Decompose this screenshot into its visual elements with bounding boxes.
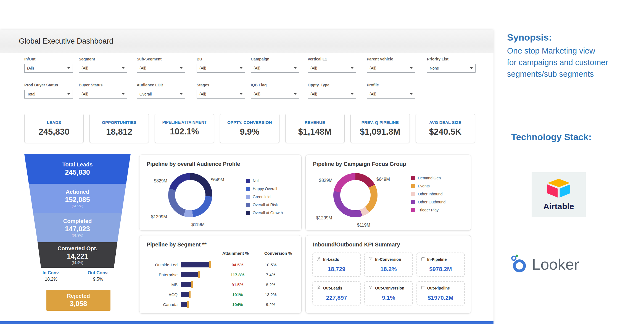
donut-callout: $829M (319, 178, 332, 183)
funnel-segment-pct: (61.9%) (72, 204, 83, 208)
stat-label: Out Conv. (75, 270, 122, 275)
conversion-column-header: Conversion % (264, 251, 292, 256)
leads-funnel-chart: Total Leads 245,830 Actioned 152,085 (61… (24, 154, 131, 268)
filter-dropdown[interactable]: (All) (197, 90, 245, 99)
filter-dropdown[interactable]: None (427, 64, 476, 73)
bar-track (181, 271, 222, 278)
donut-callout: $649M (376, 177, 390, 182)
synopsis-line: One stop Marketing view (507, 45, 640, 57)
filter-dropdown[interactable]: Total (24, 90, 73, 99)
kpi-label: OPPORTUNITIES (102, 120, 136, 125)
synopsis-line: segments/sub segments (507, 68, 640, 80)
funnel-segment-label: Converted Opt. (57, 245, 97, 252)
filter-dropdown[interactable]: (All) (308, 90, 356, 99)
filter-label: Campaign (251, 57, 299, 61)
attainment-tick (189, 291, 191, 298)
rejected-label: Rejected (67, 293, 90, 299)
dropdown-value: (All) (199, 66, 206, 70)
filter-in-out: In/Out (All) (24, 57, 73, 73)
conversion-value: 10.5% (253, 262, 289, 267)
synopsis-heading: Synopsis: (507, 32, 640, 43)
kpi-card-avg-deal-size: AVG DEAL SIZE $240.5K (416, 114, 475, 143)
funnel-segment-label: Total Leads (62, 161, 93, 168)
rejected-block: Rejected 3,058 (46, 290, 110, 311)
funnel-segment-pct: (61.9%) (72, 261, 83, 265)
filter-iqb-flag: IQB Flag (All) (251, 83, 299, 99)
filter-dropdown[interactable]: Overall (137, 90, 185, 99)
donut-hole (175, 180, 205, 210)
legend-item: Other Outbound (411, 200, 445, 204)
kpi-value: $1,148M (298, 127, 332, 137)
airtable-wordmark: Airtable (543, 202, 574, 211)
chevron-down-icon (470, 67, 473, 69)
filter-dropdown[interactable]: (All) (137, 64, 185, 73)
chevron-down-icon (294, 93, 297, 95)
tile-out-pipeline: Out-Pipeline $1970.2M (416, 281, 465, 306)
kpi-value: 102.1% (170, 127, 199, 137)
tile-label: Out-Conversion (375, 286, 404, 290)
filter-dropdown[interactable]: (All) (79, 90, 127, 99)
attainment-column-header: Attainment % (222, 251, 249, 256)
kpi-value: $240.5K (429, 127, 461, 137)
filter-dropdown[interactable]: (All) (367, 90, 415, 99)
filter-label: Audience LOB (137, 83, 185, 87)
chevron-down-icon (410, 67, 413, 69)
campaign-donut-legend: Demand Gen Events Other Inbound Other Ou… (411, 176, 445, 216)
synopsis-block: Synopsis: One stop Marketing view for ca… (507, 32, 640, 80)
legend-swatch (411, 200, 415, 204)
segment-bar (181, 302, 188, 307)
filter-oppty-type: Oppty. Type (All) (308, 83, 356, 99)
kpi-label: OPPTY. CONVERSION (227, 120, 272, 125)
filter-dropdown[interactable]: (All) (24, 64, 73, 73)
segment-row: Canada 104% 9.2% (144, 299, 296, 309)
filter-dropdown[interactable]: (All) (251, 64, 299, 73)
segment-bar (181, 272, 199, 277)
attainment-value: 101% (222, 292, 253, 297)
campaign-focus-donut-card: Pipeline by Campaign Focus Group $829M $… (305, 155, 471, 231)
looker-logo-icon (510, 254, 528, 274)
funnel-segment-label: Actioned (66, 189, 89, 195)
attainment-tick (187, 301, 189, 308)
technology-stack-heading: Technology Stack: (511, 132, 592, 142)
filter-dropdown[interactable]: (All) (308, 64, 356, 73)
tile-label: Out-Leads (323, 286, 342, 290)
filter-dropdown[interactable]: (All) (197, 64, 245, 73)
attainment-value: 117.8% (222, 272, 253, 277)
chevron-down-icon (67, 93, 70, 95)
filter-vertical-l1: Vertical L1 (All) (308, 57, 356, 73)
campaign-donut-chart (333, 173, 378, 217)
audience-profile-donut-card: Pipeline by overall Audience Profile $82… (139, 155, 302, 231)
kpi-value: 9.9% (240, 127, 260, 137)
chevron-down-icon (351, 67, 353, 69)
stat-label: In Conv. (28, 270, 75, 275)
rejected-value: 3,058 (70, 300, 87, 308)
chevron-down-icon (294, 67, 297, 69)
tile-value: 18.2% (368, 266, 409, 272)
dropdown-value: (All) (310, 66, 317, 70)
filter-segment: Segment (All) (79, 57, 127, 73)
dropdown-value: (All) (27, 66, 34, 70)
filter-dropdown[interactable]: (All) (251, 90, 299, 99)
segment-label: MB (144, 282, 181, 287)
kpi-card-pipeline-attainment: PIPELINE/ATTAINMENT 102.1% (155, 114, 214, 143)
bar-track (181, 301, 222, 308)
filter-label: Profile (367, 83, 415, 87)
card-title: Pipeline by overall Audience Profile (147, 161, 240, 167)
pipe-icon (420, 256, 425, 262)
donut-hole (340, 180, 371, 210)
legend-swatch (246, 195, 250, 199)
legend-swatch (411, 184, 415, 188)
kpi-label: PREV. Q PIPELINE (361, 120, 399, 125)
legend-item: Null (246, 179, 283, 183)
filter-label: Parent Vehicle (367, 57, 415, 61)
filter-dropdown[interactable]: (All) (367, 64, 415, 73)
filter-dropdown[interactable]: (All) (79, 64, 127, 73)
tile-out-conversion: Out-Conversion 9.1% (364, 281, 413, 306)
segment-label: Outside-Led (144, 262, 181, 267)
kpi-label: REVENUE (305, 120, 325, 125)
tile-label: In-Conversion (375, 257, 401, 262)
dropdown-value: (All) (254, 92, 260, 96)
kpi-card-leads: LEADS 245,830 (24, 114, 84, 143)
segment-label: Enterprise (144, 272, 181, 277)
legend-item: Demand Gen (411, 176, 445, 180)
